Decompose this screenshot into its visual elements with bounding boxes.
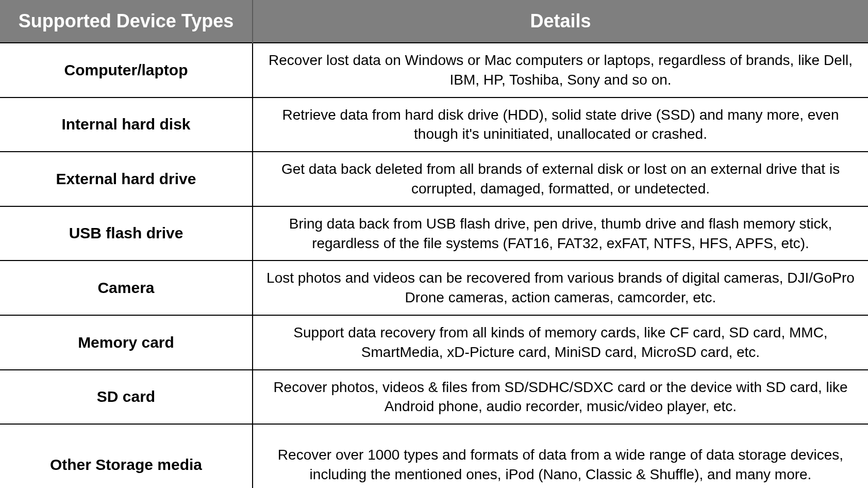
table-row: Camera Lost photos and videos can be rec… [0, 261, 868, 315]
table-row: Internal hard disk Retrieve data from ha… [0, 97, 868, 152]
header-device-types: Supported Device Types [0, 0, 253, 43]
cell-device-type: Camera [0, 261, 253, 315]
cell-device-type: Computer/laptop [0, 43, 253, 97]
table-row: SD card Recover photos, videos & files f… [0, 370, 868, 425]
cell-device-type: External hard drive [0, 152, 253, 206]
cell-device-type: Internal hard disk [0, 97, 253, 152]
table-row: Memory card Support data recovery from a… [0, 315, 868, 370]
cell-details: Support data recovery from all kinds of … [253, 315, 868, 370]
table-row: Other Storage media Recover over 1000 ty… [0, 424, 868, 488]
table-row: USB flash drive Bring data back from USB… [0, 206, 868, 261]
device-support-table: Supported Device Types Details Computer/… [0, 0, 868, 488]
header-details: Details [253, 0, 868, 43]
cell-details: Lost photos and videos can be recovered … [253, 261, 868, 315]
cell-device-type: USB flash drive [0, 206, 253, 261]
table-header-row: Supported Device Types Details [0, 0, 868, 43]
cell-details: Recover photos, videos & files from SD/S… [253, 370, 868, 425]
table-row: External hard drive Get data back delete… [0, 152, 868, 206]
cell-device-type: SD card [0, 370, 253, 425]
cell-details: Retrieve data from hard disk drive (HDD)… [253, 97, 868, 152]
cell-details: Get data back deleted from all brands of… [253, 152, 868, 206]
cell-device-type: Memory card [0, 315, 253, 370]
cell-details: Bring data back from USB flash drive, pe… [253, 206, 868, 261]
cell-device-type: Other Storage media [0, 424, 253, 488]
table-row: Computer/laptop Recover lost data on Win… [0, 43, 868, 97]
cell-details: Recover over 1000 types and formats of d… [253, 424, 868, 488]
cell-details: Recover lost data on Windows or Mac comp… [253, 43, 868, 97]
device-support-table-wrapper: Supported Device Types Details Computer/… [0, 0, 868, 488]
